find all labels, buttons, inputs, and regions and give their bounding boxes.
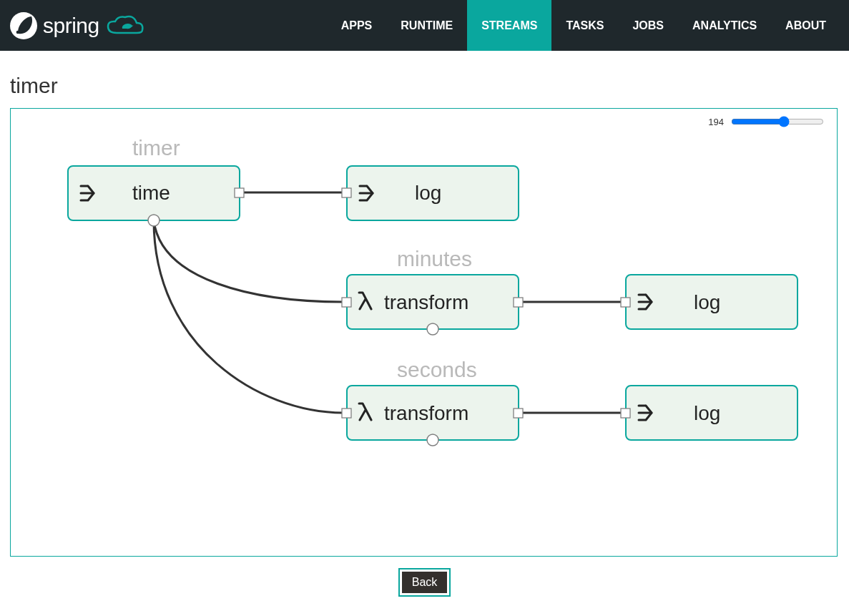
nav-analytics[interactable]: ANALYTICS <box>678 0 771 51</box>
zoom-slider[interactable] <box>731 116 824 127</box>
node-label: transform <box>384 402 468 424</box>
link-tap-seconds <box>154 220 343 413</box>
footer: Back <box>10 568 839 597</box>
nav-apps[interactable]: APPS <box>327 0 387 51</box>
nav-runtime[interactable]: RUNTIME <box>386 0 467 51</box>
nav-streams[interactable]: STREAMS <box>467 0 551 51</box>
node-label: time <box>132 182 170 204</box>
nav-tasks[interactable]: TASKS <box>551 0 618 51</box>
node-transform-seconds[interactable]: transform <box>342 386 523 446</box>
node-time[interactable]: time <box>68 166 244 226</box>
app-header: spring APPS RUNTIME STREAMS TASKS JOBS A… <box>0 0 849 51</box>
port-in[interactable] <box>342 409 351 418</box>
port-out[interactable] <box>514 409 523 418</box>
stream-title-seconds: seconds <box>397 358 477 381</box>
node-label: transform <box>384 291 468 313</box>
svg-point-1 <box>16 30 20 34</box>
port-tap[interactable] <box>427 434 438 446</box>
node-transform-minutes[interactable]: transform <box>342 275 523 335</box>
nav-about[interactable]: ABOUT <box>771 0 840 51</box>
brand: spring <box>9 11 147 41</box>
stream-title-timer: timer <box>132 136 180 160</box>
page-title: timer <box>10 74 839 98</box>
node-label: log <box>694 291 720 313</box>
port-tap[interactable] <box>427 323 438 335</box>
port-in[interactable] <box>621 298 630 307</box>
node-log-seconds[interactable]: log <box>621 386 798 440</box>
port-tap[interactable] <box>148 215 160 226</box>
nav-jobs[interactable]: JOBS <box>618 0 678 51</box>
cloud-logo-icon <box>104 13 147 39</box>
back-button[interactable]: Back <box>402 572 448 593</box>
port-in[interactable] <box>342 298 351 307</box>
port-out[interactable] <box>235 188 244 197</box>
stream-canvas[interactable]: 194 <box>10 108 838 557</box>
link-tap-minutes <box>154 220 343 302</box>
node-label: log <box>415 182 441 204</box>
port-in[interactable] <box>342 188 351 197</box>
node-log-minutes[interactable]: log <box>621 275 798 329</box>
port-in[interactable] <box>621 409 630 418</box>
node-log-timer[interactable]: log <box>342 166 519 220</box>
node-label: log <box>694 402 720 424</box>
brand-name: spring <box>43 14 99 38</box>
stream-title-minutes: minutes <box>397 247 472 270</box>
flow-diagram: timer minutes seconds time log <box>11 109 837 556</box>
zoom-value: 194 <box>708 117 724 127</box>
top-nav: APPS RUNTIME STREAMS TASKS JOBS ANALYTIC… <box>327 0 840 51</box>
port-out[interactable] <box>514 298 523 307</box>
spring-logo-icon <box>9 11 39 41</box>
zoom-control: 194 <box>708 116 824 127</box>
